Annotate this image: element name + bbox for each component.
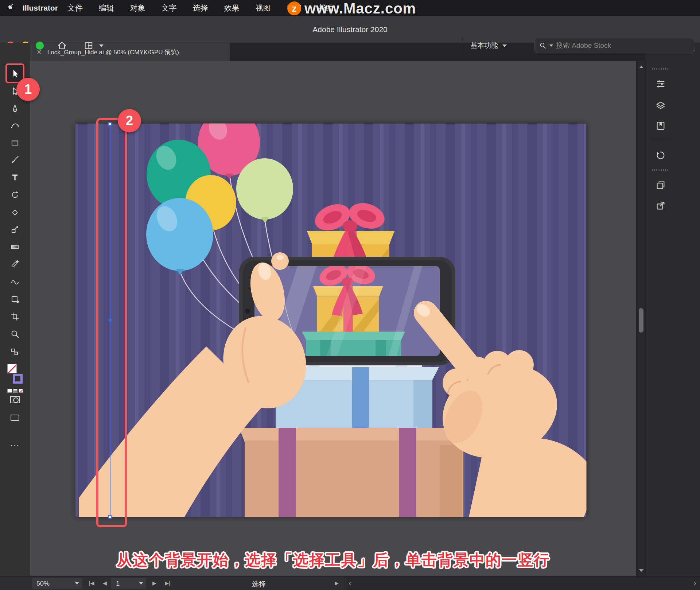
rotate-tool[interactable] bbox=[6, 187, 24, 203]
selection-tool[interactable] bbox=[6, 66, 24, 82]
panel-dock bbox=[645, 61, 700, 590]
artboards-panel-icon[interactable] bbox=[652, 178, 669, 193]
illustrator-window: Illustrator 文件 编辑 对象 文字 选择 效果 视图 窗口 帮助 z… bbox=[0, 0, 700, 590]
menu-item-file[interactable]: 文件 bbox=[67, 3, 83, 13]
canvas-area[interactable]: 2 从这个背景开始，选择「选择工具」后，单击背景中的一竖行 bbox=[30, 61, 636, 576]
layers-panel-icon[interactable] bbox=[652, 98, 669, 113]
anchor-point-bottom bbox=[108, 515, 112, 519]
scroll-left-icon[interactable]: ‹ bbox=[349, 578, 351, 588]
draw-mode-icon[interactable] bbox=[10, 396, 20, 403]
stroke-swatch[interactable] bbox=[13, 374, 23, 384]
menu-items: 文件 编辑 对象 文字 选择 效果 视图 窗口 帮助 bbox=[67, 3, 334, 13]
arrange-documents-caret[interactable] bbox=[99, 44, 104, 47]
anchor-point-middle bbox=[109, 319, 112, 322]
workspace-caret bbox=[502, 44, 507, 47]
workspace-label: 基本功能 bbox=[470, 41, 498, 50]
paintbrush-tool[interactable] bbox=[6, 152, 24, 168]
apple-icon[interactable] bbox=[8, 3, 15, 13]
properties-panel-icon[interactable] bbox=[652, 77, 669, 91]
scroll-down-icon[interactable] bbox=[639, 569, 643, 572]
shaper-tool[interactable] bbox=[6, 273, 24, 289]
menu-app-name[interactable]: Illustrator bbox=[23, 4, 58, 12]
panel-grip[interactable] bbox=[652, 169, 669, 171]
recolor-panel-icon[interactable] bbox=[652, 148, 669, 163]
scale-tool[interactable] bbox=[6, 221, 24, 237]
none-button[interactable] bbox=[19, 389, 23, 393]
titlebar-divider bbox=[462, 36, 463, 55]
fill-swatch-none[interactable] bbox=[7, 364, 17, 373]
first-artboard-button[interactable]: |◀ bbox=[89, 580, 94, 586]
artboard-caret bbox=[139, 582, 143, 585]
menu-item-object[interactable]: 对象 bbox=[130, 3, 145, 13]
vertical-scroll-thumb[interactable] bbox=[639, 308, 643, 333]
status-tool-label: 选择 bbox=[222, 579, 295, 589]
panel-grip[interactable] bbox=[652, 68, 669, 70]
horizontal-scrollbar[interactable]: ‹ › bbox=[345, 577, 700, 590]
next-artboard-button[interactable]: ▶ bbox=[152, 580, 156, 586]
panel-divider bbox=[651, 138, 670, 138]
scroll-up-icon[interactable] bbox=[639, 66, 643, 68]
fill-stroke-indicator[interactable] bbox=[7, 364, 23, 386]
arrange-documents-icon[interactable] bbox=[83, 40, 94, 51]
artboard-number: 1 bbox=[116, 580, 120, 587]
home-icon[interactable] bbox=[57, 40, 67, 51]
annotation-column-box bbox=[96, 118, 127, 527]
screen-mode-icon[interactable] bbox=[11, 415, 19, 421]
menu-item-window[interactable]: 窗口 bbox=[287, 3, 302, 13]
type-tool[interactable] bbox=[6, 169, 24, 185]
gradient-tool[interactable] bbox=[6, 239, 24, 255]
zoom-tool[interactable] bbox=[6, 326, 24, 342]
menu-item-edit[interactable]: 编辑 bbox=[99, 3, 114, 13]
menu-item-select[interactable]: 选择 bbox=[193, 3, 208, 13]
rectangle-tool[interactable] bbox=[6, 135, 24, 151]
swap-fill-stroke-icon[interactable] bbox=[6, 344, 24, 360]
curvature-tool[interactable] bbox=[6, 117, 24, 133]
zoom-caret bbox=[75, 582, 79, 585]
step-1-badge: 1 bbox=[16, 78, 40, 101]
menu-item-effect[interactable]: 效果 bbox=[224, 3, 240, 13]
menu-item-view[interactable]: 视图 bbox=[256, 3, 271, 13]
caption-text: 从这个背景开始，选择「选择工具」后，单击背景中的一竖行 bbox=[30, 550, 636, 570]
zoom-window-button[interactable] bbox=[36, 42, 44, 50]
libraries-panel-icon[interactable] bbox=[652, 119, 669, 133]
crop-tool[interactable] bbox=[6, 308, 24, 325]
anchor-point-top bbox=[108, 122, 112, 126]
status-bar: 50% |◀ ◀ 1 ▶ ▶| 选择 ▶ ‹ › bbox=[0, 576, 700, 590]
scroll-right-icon[interactable]: › bbox=[693, 578, 696, 588]
tools-panel: … bbox=[0, 43, 30, 576]
edit-toolbar-icon[interactable]: … bbox=[0, 437, 30, 449]
last-artboard-button[interactable]: ▶| bbox=[165, 580, 170, 586]
vertical-scrollbar[interactable] bbox=[636, 61, 645, 576]
zoom-value: 50% bbox=[36, 580, 50, 587]
adobe-stock-search bbox=[534, 38, 694, 53]
eraser-tool[interactable] bbox=[6, 205, 24, 221]
artboard-navigation-dropdown[interactable]: 1 bbox=[111, 578, 146, 589]
symbol-tool[interactable] bbox=[6, 291, 24, 307]
menu-item-help[interactable]: 帮助 bbox=[318, 3, 334, 13]
gradient-button[interactable] bbox=[13, 389, 18, 393]
search-scope-caret[interactable] bbox=[549, 44, 553, 47]
menu-bar: Illustrator 文件 编辑 对象 文字 选择 效果 视图 窗口 帮助 bbox=[0, 0, 700, 16]
search-icon bbox=[539, 42, 547, 49]
color-mode-buttons bbox=[7, 389, 23, 393]
search-input[interactable] bbox=[556, 42, 689, 50]
previous-artboard-button[interactable]: ◀ bbox=[103, 580, 107, 586]
step-2-badge: 2 bbox=[118, 109, 141, 132]
eyedropper-tool[interactable] bbox=[6, 256, 24, 272]
export-panel-icon[interactable] bbox=[652, 198, 669, 213]
workspace-switcher[interactable]: 基本功能 bbox=[470, 38, 507, 53]
pen-tool[interactable] bbox=[6, 101, 24, 117]
color-button[interactable] bbox=[7, 389, 12, 393]
title-bar: Adobe Illustrator 2020 基本功能 bbox=[0, 16, 700, 43]
menu-item-type[interactable]: 文字 bbox=[162, 3, 177, 13]
status-flyout-icon[interactable]: ▶ bbox=[335, 580, 339, 586]
artwork-illustration[interactable] bbox=[75, 123, 587, 517]
zoom-level-dropdown[interactable]: 50% bbox=[32, 578, 82, 589]
